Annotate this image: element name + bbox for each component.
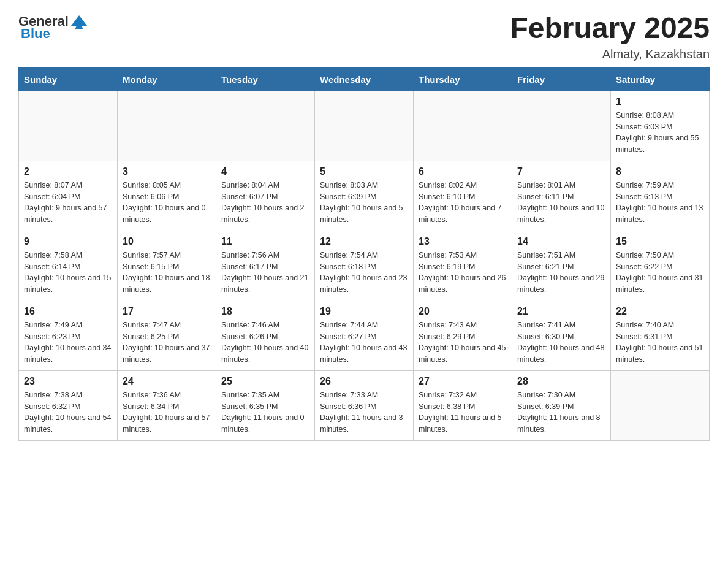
calendar-day-cell: 26Sunrise: 7:33 AM Sunset: 6:36 PM Dayli… — [315, 370, 414, 440]
calendar-week-row: 23Sunrise: 7:38 AM Sunset: 6:32 PM Dayli… — [19, 370, 710, 440]
day-info: Sunrise: 8:05 AM Sunset: 6:06 PM Dayligh… — [123, 180, 211, 226]
day-info: Sunrise: 8:02 AM Sunset: 6:10 PM Dayligh… — [419, 180, 507, 226]
day-info: Sunrise: 7:38 AM Sunset: 6:32 PM Dayligh… — [24, 389, 112, 435]
month-title: February 2025 — [510, 12, 710, 45]
calendar-week-row: 2Sunrise: 8:07 AM Sunset: 6:04 PM Daylig… — [19, 161, 710, 231]
calendar-day-cell: 4Sunrise: 8:04 AM Sunset: 6:07 PM Daylig… — [216, 161, 315, 231]
day-info: Sunrise: 7:47 AM Sunset: 6:25 PM Dayligh… — [123, 320, 211, 366]
day-number: 12 — [320, 236, 408, 247]
day-info: Sunrise: 8:07 AM Sunset: 6:04 PM Dayligh… — [24, 180, 112, 226]
day-info: Sunrise: 7:58 AM Sunset: 6:14 PM Dayligh… — [24, 250, 112, 296]
day-number: 21 — [517, 306, 605, 317]
day-number: 8 — [616, 166, 704, 177]
calendar-day-cell: 22Sunrise: 7:40 AM Sunset: 6:31 PM Dayli… — [611, 301, 710, 370]
day-info: Sunrise: 7:32 AM Sunset: 6:38 PM Dayligh… — [419, 389, 507, 435]
day-info: Sunrise: 7:59 AM Sunset: 6:13 PM Dayligh… — [616, 180, 704, 226]
day-number: 4 — [221, 166, 309, 177]
day-of-week-monday: Monday — [118, 67, 216, 91]
day-info: Sunrise: 8:04 AM Sunset: 6:07 PM Dayligh… — [221, 180, 309, 226]
day-info: Sunrise: 8:08 AM Sunset: 6:03 PM Dayligh… — [616, 110, 704, 156]
day-number: 16 — [24, 306, 112, 317]
day-info: Sunrise: 7:36 AM Sunset: 6:34 PM Dayligh… — [123, 389, 211, 435]
day-number: 22 — [616, 306, 704, 317]
calendar-day-cell: 3Sunrise: 8:05 AM Sunset: 6:06 PM Daylig… — [118, 161, 216, 231]
calendar-day-cell: 25Sunrise: 7:35 AM Sunset: 6:35 PM Dayli… — [216, 370, 315, 440]
calendar-header-row: SundayMondayTuesdayWednesdayThursdayFrid… — [19, 67, 710, 91]
calendar-day-cell: 13Sunrise: 7:53 AM Sunset: 6:19 PM Dayli… — [414, 231, 512, 301]
day-number: 24 — [123, 376, 211, 387]
calendar-table: SundayMondayTuesdayWednesdayThursdayFrid… — [18, 67, 710, 441]
day-number: 23 — [24, 376, 112, 387]
day-number: 9 — [24, 236, 112, 247]
day-info: Sunrise: 7:54 AM Sunset: 6:18 PM Dayligh… — [320, 250, 408, 296]
day-info: Sunrise: 7:53 AM Sunset: 6:19 PM Dayligh… — [419, 250, 507, 296]
calendar-day-cell: 23Sunrise: 7:38 AM Sunset: 6:32 PM Dayli… — [19, 370, 118, 440]
day-number: 5 — [320, 166, 408, 177]
day-of-week-sunday: Sunday — [19, 67, 118, 91]
day-of-week-saturday: Saturday — [611, 67, 710, 91]
day-number: 15 — [616, 236, 704, 247]
day-number: 7 — [517, 166, 605, 177]
day-number: 6 — [419, 166, 507, 177]
day-info: Sunrise: 7:57 AM Sunset: 6:15 PM Dayligh… — [123, 250, 211, 296]
calendar-day-cell: 17Sunrise: 7:47 AM Sunset: 6:25 PM Dayli… — [118, 301, 216, 370]
day-number: 11 — [221, 236, 309, 247]
calendar-day-cell: 2Sunrise: 8:07 AM Sunset: 6:04 PM Daylig… — [19, 161, 118, 231]
calendar-day-cell — [19, 91, 118, 161]
calendar-week-row: 9Sunrise: 7:58 AM Sunset: 6:14 PM Daylig… — [19, 231, 710, 301]
day-number: 10 — [123, 236, 211, 247]
day-of-week-tuesday: Tuesday — [216, 67, 315, 91]
day-info: Sunrise: 7:46 AM Sunset: 6:26 PM Dayligh… — [221, 320, 309, 366]
day-info: Sunrise: 7:49 AM Sunset: 6:23 PM Dayligh… — [24, 320, 112, 366]
title-section: February 2025 Almaty, Kazakhstan — [510, 12, 710, 61]
calendar-day-cell: 28Sunrise: 7:30 AM Sunset: 6:39 PM Dayli… — [512, 370, 611, 440]
calendar-week-row: 16Sunrise: 7:49 AM Sunset: 6:23 PM Dayli… — [19, 301, 710, 370]
day-info: Sunrise: 7:33 AM Sunset: 6:36 PM Dayligh… — [320, 389, 408, 435]
calendar-day-cell: 9Sunrise: 7:58 AM Sunset: 6:14 PM Daylig… — [19, 231, 118, 301]
logo-icon — [70, 12, 88, 31]
calendar-day-cell: 27Sunrise: 7:32 AM Sunset: 6:38 PM Dayli… — [414, 370, 512, 440]
day-number: 26 — [320, 376, 408, 387]
day-number: 2 — [24, 166, 112, 177]
calendar-day-cell: 12Sunrise: 7:54 AM Sunset: 6:18 PM Dayli… — [315, 231, 414, 301]
logo: General Blue — [18, 12, 89, 42]
day-number: 20 — [419, 306, 507, 317]
day-info: Sunrise: 7:35 AM Sunset: 6:35 PM Dayligh… — [221, 389, 309, 435]
day-number: 17 — [123, 306, 211, 317]
calendar-day-cell: 20Sunrise: 7:43 AM Sunset: 6:29 PM Dayli… — [414, 301, 512, 370]
calendar-day-cell: 21Sunrise: 7:41 AM Sunset: 6:30 PM Dayli… — [512, 301, 611, 370]
calendar-day-cell: 10Sunrise: 7:57 AM Sunset: 6:15 PM Dayli… — [118, 231, 216, 301]
day-info: Sunrise: 7:40 AM Sunset: 6:31 PM Dayligh… — [616, 320, 704, 366]
calendar-day-cell: 1Sunrise: 8:08 AM Sunset: 6:03 PM Daylig… — [611, 91, 710, 161]
calendar-day-cell: 11Sunrise: 7:56 AM Sunset: 6:17 PM Dayli… — [216, 231, 315, 301]
day-number: 18 — [221, 306, 309, 317]
logo-blue-text: Blue — [21, 26, 50, 42]
day-number: 13 — [419, 236, 507, 247]
day-info: Sunrise: 7:50 AM Sunset: 6:22 PM Dayligh… — [616, 250, 704, 296]
day-of-week-friday: Friday — [512, 67, 611, 91]
calendar-day-cell — [611, 370, 710, 440]
day-of-week-wednesday: Wednesday — [315, 67, 414, 91]
calendar-day-cell: 6Sunrise: 8:02 AM Sunset: 6:10 PM Daylig… — [414, 161, 512, 231]
day-info: Sunrise: 7:44 AM Sunset: 6:27 PM Dayligh… — [320, 320, 408, 366]
calendar-day-cell: 24Sunrise: 7:36 AM Sunset: 6:34 PM Dayli… — [118, 370, 216, 440]
day-info: Sunrise: 7:43 AM Sunset: 6:29 PM Dayligh… — [419, 320, 507, 366]
day-of-week-thursday: Thursday — [414, 67, 512, 91]
day-number: 3 — [123, 166, 211, 177]
calendar-day-cell: 18Sunrise: 7:46 AM Sunset: 6:26 PM Dayli… — [216, 301, 315, 370]
page-header: General Blue February 2025 Almaty, Kazak… — [18, 12, 710, 61]
calendar-week-row: 1Sunrise: 8:08 AM Sunset: 6:03 PM Daylig… — [19, 91, 710, 161]
day-number: 27 — [419, 376, 507, 387]
day-info: Sunrise: 7:41 AM Sunset: 6:30 PM Dayligh… — [517, 320, 605, 366]
day-number: 19 — [320, 306, 408, 317]
day-info: Sunrise: 8:03 AM Sunset: 6:09 PM Dayligh… — [320, 180, 408, 226]
day-info: Sunrise: 7:51 AM Sunset: 6:21 PM Dayligh… — [517, 250, 605, 296]
day-number: 28 — [517, 376, 605, 387]
calendar-day-cell: 15Sunrise: 7:50 AM Sunset: 6:22 PM Dayli… — [611, 231, 710, 301]
day-number: 1 — [616, 96, 704, 107]
calendar-day-cell — [216, 91, 315, 161]
calendar-day-cell — [512, 91, 611, 161]
day-info: Sunrise: 7:56 AM Sunset: 6:17 PM Dayligh… — [221, 250, 309, 296]
calendar-day-cell: 19Sunrise: 7:44 AM Sunset: 6:27 PM Dayli… — [315, 301, 414, 370]
calendar-day-cell: 5Sunrise: 8:03 AM Sunset: 6:09 PM Daylig… — [315, 161, 414, 231]
